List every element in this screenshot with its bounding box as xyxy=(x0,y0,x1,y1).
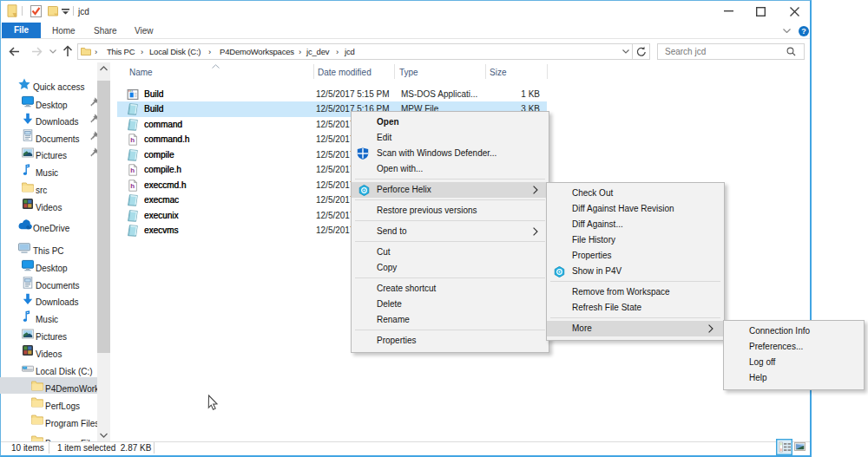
svg-text:h: h xyxy=(130,136,135,144)
svg-text:h: h xyxy=(130,182,135,190)
svg-text:?: ? xyxy=(801,27,806,36)
svg-text:h: h xyxy=(130,166,135,174)
